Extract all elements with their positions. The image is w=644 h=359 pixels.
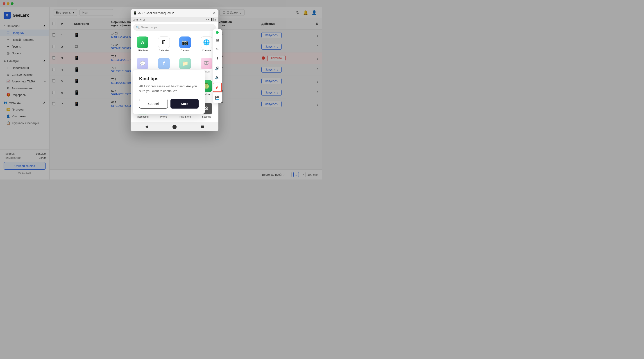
chrome-label: Chrome <box>202 49 211 52</box>
volume-up-toolbar-btn[interactable]: 🔊 <box>213 64 222 73</box>
dialog-title: Kind tips <box>139 76 198 81</box>
app-apkpure[interactable]: A APKPure <box>132 35 153 54</box>
files-icon: 📁 <box>179 58 191 69</box>
dialog-text: All APP processes will be closed. Are yo… <box>139 84 198 94</box>
phone-status-left: 2:45 ☁ △ <box>133 18 145 21</box>
signal-icon: ▐▐ <box>210 18 214 21</box>
dialog-box: Kind tips All APP processes will be clos… <box>133 70 205 114</box>
phone-status-bar: 2:45 ☁ △ ▾▾ ▐▐ ▮ <box>130 17 218 22</box>
cloud-icon: ☁ <box>140 18 142 21</box>
close-phone-btn[interactable]: ✕ <box>213 11 216 15</box>
camera-icon: 📷 <box>179 36 191 48</box>
dialog-buttons: Cancel Sure <box>139 99 198 108</box>
phone-app-label: Phone <box>160 115 168 118</box>
phone-time: 2:45 <box>133 18 138 21</box>
settings-label: Settings <box>202 115 211 118</box>
recent-nav-btn[interactable]: ◼ <box>201 124 204 129</box>
apkpure-icon: A <box>137 36 148 48</box>
discord-icon: 💬 <box>137 58 148 69</box>
minimize-phone-btn[interactable]: − <box>209 11 211 15</box>
phone-icon: 📱 <box>133 11 137 15</box>
back-nav-btn[interactable]: ◀ <box>145 124 148 129</box>
toolbar-divider-3 <box>213 92 222 92</box>
dialog-sure-button[interactable]: Sure <box>170 99 198 108</box>
phone-apps-row1: A APKPure 🗓 Calendar 📷 Camera 🌐 Chrome <box>130 33 218 56</box>
mask-toolbar-btn[interactable]: ☺ <box>213 44 222 54</box>
camera-label: Camera <box>181 49 190 52</box>
phone-window-title: 📱 #707 GeeLarkPhone|Test 2 <box>133 11 174 15</box>
phone-search-bar[interactable]: 🔍 Search apps <box>133 24 216 31</box>
download-toolbar-btn[interactable]: ⬇ <box>213 54 222 62</box>
app-camera[interactable]: 📷 Camera <box>175 35 196 54</box>
gallery-icon: 🖼 <box>201 58 212 69</box>
location-icon: △ <box>143 18 145 21</box>
app-calendar[interactable]: 🗓 Calendar <box>154 35 174 54</box>
apkpure-label: APKPure <box>138 49 148 52</box>
phone-nav-bar: ◀ ⬤ ◼ <box>130 122 218 131</box>
save-toolbar-btn[interactable]: 💾 <box>213 93 222 102</box>
facebook-icon: f <box>158 58 170 69</box>
battery-icon: ▮ <box>214 18 216 21</box>
chrome-icon: 🌐 <box>201 36 212 48</box>
messaging-label: Messaging <box>137 115 148 118</box>
phone-status-right: ▾▾ ▐▐ ▮ <box>206 18 216 21</box>
volume-down-toolbar-btn[interactable]: 🔉 <box>213 73 222 82</box>
calendar-label: Calendar <box>159 49 169 52</box>
online-indicator <box>216 31 219 34</box>
toolbar-divider-1 <box>213 63 222 63</box>
screenshot-toolbar-btn[interactable]: ⊞ <box>213 36 222 44</box>
calendar-icon: 🗓 <box>158 36 170 48</box>
dialog-cancel-button[interactable]: Cancel <box>139 99 168 108</box>
phone-side-toolbar: ⊞ ☺ ⬇ 🔊 🔉 🖌 💾 <box>213 29 222 103</box>
wifi-icon: ▾▾ <box>206 18 209 21</box>
brush-toolbar-btn[interactable]: 🖌 <box>213 83 222 92</box>
home-nav-btn[interactable]: ⬤ <box>172 124 177 129</box>
phone-title-bar: 📱 #707 GeeLarkPhone|Test 2 − ✕ <box>130 9 218 17</box>
phone-window-controls: − ✕ <box>209 11 216 15</box>
toolbar-divider-2 <box>213 82 222 82</box>
playstore-label: Play Store <box>180 115 191 118</box>
search-icon: 🔍 <box>136 26 140 29</box>
